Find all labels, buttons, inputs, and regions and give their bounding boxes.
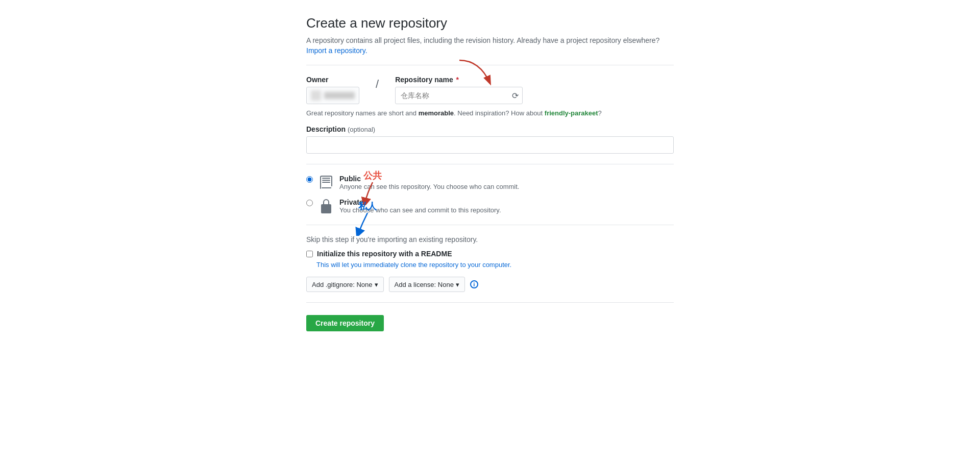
private-content: Private You choose who can see and commi… (339, 198, 674, 214)
gitignore-dropdown[interactable]: Add .gitignore: None ▾ (306, 277, 384, 292)
divider-readme (306, 225, 674, 225)
skip-text: Skip this step if you're importing an ex… (306, 235, 674, 244)
license-dropdown[interactable]: Add a license: None ▾ (389, 277, 465, 292)
hint-text: Great repository names are short and mem… (306, 109, 674, 117)
readme-checkbox[interactable] (306, 251, 313, 257)
hint-memorable: memorable (419, 109, 454, 117)
repo-name-field-group: Repository name * ⟳ (395, 76, 523, 104)
divider-bottom (306, 302, 674, 303)
description-input[interactable] (306, 136, 674, 154)
license-label: Add a license: None (395, 281, 454, 288)
create-repository-button[interactable]: Create repository (306, 315, 384, 331)
repo-name-label: Repository name * (395, 76, 523, 84)
subtitle-static: A repository contains all project files,… (306, 36, 659, 44)
divider-top (306, 65, 674, 65)
owner-field-group: Owner (306, 76, 359, 104)
private-desc: You choose who can see and commit to thi… (339, 206, 674, 214)
owner-label: Owner (306, 76, 359, 84)
owner-dropdown[interactable] (306, 87, 359, 104)
required-star: * (454, 76, 459, 84)
visibility-section: 公共 Public Anyone can see this re (306, 175, 674, 214)
readme-label[interactable]: Initialize this repository with a README (317, 250, 452, 258)
subtitle-text: A repository contains all project files,… (306, 36, 674, 44)
public-label: Public (339, 175, 674, 183)
public-radio[interactable] (306, 176, 313, 183)
refresh-icon[interactable]: ⟳ (512, 91, 519, 101)
repo-name-input-wrapper: ⟳ (395, 87, 523, 104)
divider-mid (306, 164, 674, 164)
gitignore-chevron-icon: ▾ (375, 281, 378, 288)
license-chevron-icon: ▾ (456, 281, 459, 288)
hint-suggested: friendly-parakeet (545, 109, 598, 117)
owner-name (324, 92, 355, 99)
private-label: Private (339, 198, 674, 206)
import-link[interactable]: Import a repository. (306, 46, 674, 55)
public-content: Public Anyone can see this repository. Y… (339, 175, 674, 190)
description-section: Description (optional) (306, 125, 674, 154)
public-desc: Anyone can see this repository. You choo… (339, 183, 674, 190)
owner-repo-section: Owner / Repository name * ⟳ (306, 76, 674, 117)
lock-icon (318, 198, 334, 214)
dropdowns-row: Add .gitignore: None ▾ Add a license: No… (306, 277, 674, 292)
description-label: Description (optional) (306, 125, 674, 133)
readme-desc: This will let you immediately clone the … (316, 261, 674, 269)
info-icon[interactable]: i (470, 280, 478, 288)
owner-avatar (311, 90, 321, 101)
page-title: Create a new repository (306, 15, 674, 31)
repo-name-input[interactable] (395, 87, 523, 104)
separator: / (375, 76, 380, 93)
private-radio[interactable] (306, 200, 313, 206)
private-option: Private You choose who can see and commi… (306, 198, 674, 214)
gitignore-label: Add .gitignore: None (312, 281, 373, 288)
public-option: Public Anyone can see this repository. Y… (306, 175, 674, 191)
book-icon (318, 175, 334, 191)
readme-checkbox-row: Initialize this repository with a README (306, 250, 674, 258)
